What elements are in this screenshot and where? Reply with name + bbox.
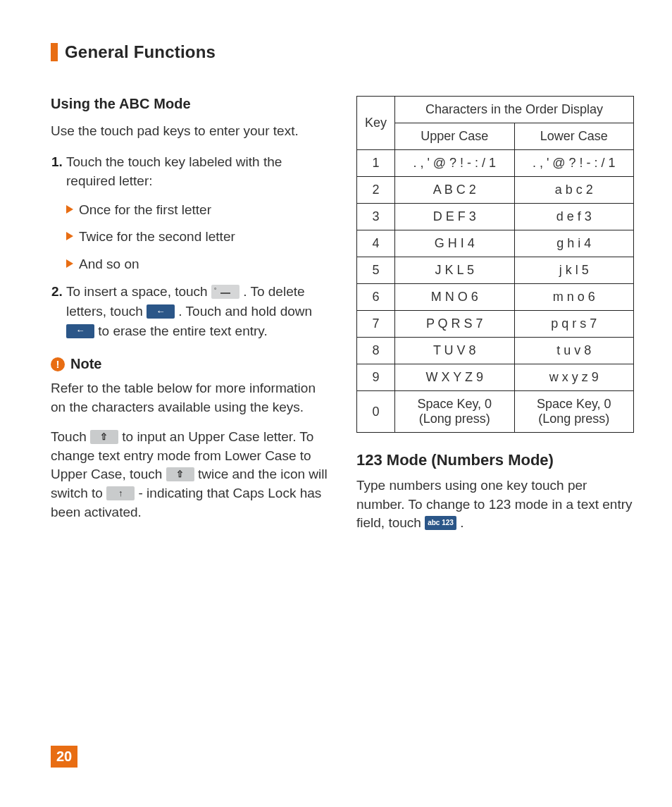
steps-list: Touch the touch key labeled with the req… — [51, 152, 328, 341]
accent-bar — [51, 43, 58, 61]
abc-123-mode-key-icon: abc 123 — [425, 516, 456, 530]
step-2-frag-d: to erase the entire text entry. — [98, 324, 267, 338]
step-2: To insert a space, touch ° . To delete l… — [66, 282, 328, 340]
cell-upper: D E F 3 — [395, 204, 515, 230]
step-1: Touch the touch key labeled with the req… — [66, 152, 328, 274]
th-upper: Upper Case — [395, 123, 515, 150]
cell-lower: Space Key, 0 (Long press) — [514, 391, 634, 433]
shift-key-icon — [166, 467, 194, 481]
table-row: 2A B C 2a b c 2 — [357, 177, 634, 204]
table-body: 1. , ' @ ? ! - : / 1. , ' @ ? ! - : / 1 … — [357, 150, 634, 433]
backspace-key-icon — [66, 324, 94, 338]
numbers-mode-heading: 123 Mode (Numbers Mode) — [356, 451, 634, 469]
triangle-icon — [66, 232, 73, 240]
note-label: Note — [70, 356, 101, 372]
cell-lower: d e f 3 — [514, 204, 634, 230]
cell-key: 0 — [357, 391, 395, 433]
bullet-3-text: And so on — [79, 255, 139, 274]
table-row: 6M N O 6m n o 6 — [357, 284, 634, 311]
bullet-1-text: Once for the first letter — [79, 201, 211, 220]
cell-lower: g h i 4 — [514, 230, 634, 257]
cell-key: 8 — [357, 338, 395, 364]
numbers-mode-frag-b: . — [460, 515, 463, 530]
caps-paragraph: Touch to input an Upper Case letter. To … — [51, 428, 328, 522]
step-1-bullets: Once for the first letter Twice for the … — [66, 201, 328, 274]
space-key-icon: ° — [211, 285, 239, 299]
bullet-2: Twice for the second letter — [66, 228, 328, 247]
page-number: 20 — [51, 746, 77, 768]
cell-lower: p q r s 7 — [514, 311, 634, 338]
bullet-1: Once for the first letter — [66, 201, 328, 220]
th-span: Characters in the Order Display — [395, 97, 634, 123]
table-row: 9W X Y Z 9w x y z 9 — [357, 364, 634, 391]
cell-lower: j k l 5 — [514, 257, 634, 284]
cell-key: 4 — [357, 230, 395, 257]
note-body: Refer to the table below for more inform… — [51, 379, 328, 417]
cell-upper: A B C 2 — [395, 177, 515, 204]
table-row: 3D E F 3d e f 3 — [357, 204, 634, 230]
cell-lower: . , ' @ ? ! - : / 1 — [514, 150, 634, 177]
step-2-frag-c: . Touch and hold down — [178, 304, 312, 319]
cell-lower: m n o 6 — [514, 284, 634, 311]
right-column: Key Characters in the Order Display Uppe… — [356, 96, 634, 544]
numbers-mode-frag-a: Type numbers using one key touch per num… — [356, 478, 633, 530]
triangle-icon — [66, 259, 73, 268]
table-row: 5J K L 5j k l 5 — [357, 257, 634, 284]
cell-lower: t u v 8 — [514, 338, 634, 364]
cell-upper: . , ' @ ? ! - : / 1 — [395, 150, 515, 177]
cell-key: 3 — [357, 204, 395, 230]
cell-upper: Space Key, 0 (Long press) — [395, 391, 515, 433]
numbers-mode-body: Type numbers using one key touch per num… — [356, 476, 634, 533]
step-2-frag-a: To insert a space, touch — [66, 284, 211, 299]
shift-key-icon — [90, 430, 118, 444]
table-row: 0Space Key, 0 (Long press)Space Key, 0 (… — [357, 391, 634, 433]
table-row: 4G H I 4g h i 4 — [357, 230, 634, 257]
cell-key: 9 — [357, 364, 395, 391]
cell-upper: M N O 6 — [395, 284, 515, 311]
bullet-3: And so on — [66, 255, 328, 274]
step-1-text: Touch the touch key labeled with the req… — [66, 154, 282, 189]
triangle-icon — [66, 205, 73, 214]
backspace-key-icon — [147, 304, 175, 319]
cell-upper: G H I 4 — [395, 230, 515, 257]
cell-key: 2 — [357, 177, 395, 204]
table-row: 7P Q R S 7p q r s 7 — [357, 311, 634, 338]
left-column: Using the ABC Mode Use the touch pad key… — [51, 96, 328, 544]
table-row: 1. , ' @ ? ! - : / 1. , ' @ ? ! - : / 1 — [357, 150, 634, 177]
caps-lock-key-icon — [106, 486, 135, 500]
caps-frag-a: Touch — [51, 429, 90, 444]
abc-mode-heading: Using the ABC Mode — [51, 96, 328, 112]
page-title-row: General Functions — [51, 42, 634, 62]
th-lower: Lower Case — [514, 123, 634, 150]
note-heading-row: ! Note — [51, 356, 328, 372]
cell-key: 5 — [357, 257, 395, 284]
note-badge-icon: ! — [51, 357, 65, 371]
character-table: Key Characters in the Order Display Uppe… — [356, 96, 634, 433]
cell-key: 7 — [357, 311, 395, 338]
table-row: 8T U V 8t u v 8 — [357, 338, 634, 364]
cell-key: 1 — [357, 150, 395, 177]
cell-upper: P Q R S 7 — [395, 311, 515, 338]
page-title: General Functions — [65, 42, 216, 62]
cell-upper: W X Y Z 9 — [395, 364, 515, 391]
abc-mode-intro: Use the touch pad keys to enter your tex… — [51, 122, 328, 141]
cell-upper: T U V 8 — [395, 338, 515, 364]
cell-key: 6 — [357, 284, 395, 311]
cell-lower: a b c 2 — [514, 177, 634, 204]
th-key: Key — [357, 97, 395, 150]
cell-upper: J K L 5 — [395, 257, 515, 284]
cell-lower: w x y z 9 — [514, 364, 634, 391]
bullet-2-text: Twice for the second letter — [79, 228, 235, 247]
